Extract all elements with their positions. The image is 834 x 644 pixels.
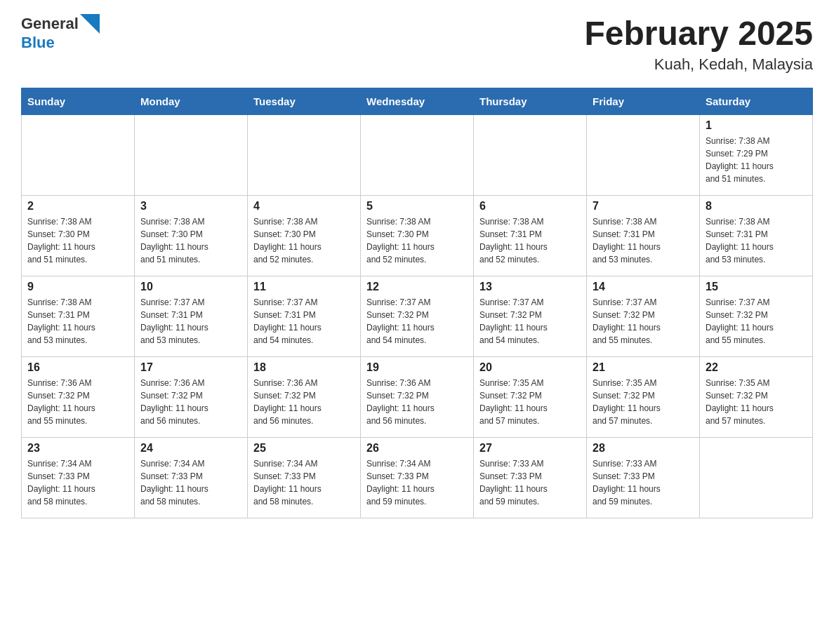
day-number: 14 [593,281,694,293]
calendar-cell: 2Sunrise: 7:38 AMSunset: 7:30 PMDaylight… [22,196,135,276]
weekday-header-row: SundayMondayTuesdayWednesdayThursdayFrid… [22,88,813,115]
day-info: Sunrise: 7:36 AMSunset: 7:32 PMDaylight:… [140,377,241,427]
week-row-5: 23Sunrise: 7:34 AMSunset: 7:33 PMDayligh… [22,438,813,518]
day-number: 8 [706,200,807,213]
day-number: 17 [140,361,241,374]
day-number: 19 [366,361,468,374]
calendar-cell: 10Sunrise: 7:37 AMSunset: 7:31 PMDayligh… [135,276,248,357]
calendar-cell: 16Sunrise: 7:36 AMSunset: 7:32 PMDayligh… [22,357,135,438]
day-number: 9 [27,281,128,293]
day-number: 21 [593,361,694,374]
calendar-cell: 18Sunrise: 7:36 AMSunset: 7:32 PMDayligh… [248,357,361,438]
day-number: 10 [140,281,241,293]
day-number: 13 [479,281,581,293]
calendar-cell [700,438,813,518]
logo-general-text: General [21,15,79,33]
day-info: Sunrise: 7:37 AMSunset: 7:32 PMDaylight:… [479,296,581,347]
day-info: Sunrise: 7:36 AMSunset: 7:32 PMDaylight:… [253,377,355,427]
calendar-title: February 2025 [584,14,813,53]
week-row-3: 9Sunrise: 7:38 AMSunset: 7:31 PMDaylight… [22,276,813,357]
calendar-cell: 27Sunrise: 7:33 AMSunset: 7:33 PMDayligh… [474,438,587,518]
calendar-table: SundayMondayTuesdayWednesdayThursdayFrid… [21,88,813,518]
day-info: Sunrise: 7:38 AMSunset: 7:31 PMDaylight:… [27,296,128,347]
day-info: Sunrise: 7:38 AMSunset: 7:31 PMDaylight:… [479,215,581,266]
calendar-cell: 13Sunrise: 7:37 AMSunset: 7:32 PMDayligh… [474,276,587,357]
day-number: 18 [253,361,355,374]
day-info: Sunrise: 7:35 AMSunset: 7:32 PMDaylight:… [706,377,807,427]
week-row-1: 1Sunrise: 7:38 AMSunset: 7:29 PMDaylight… [22,115,813,196]
calendar-cell: 3Sunrise: 7:38 AMSunset: 7:30 PMDaylight… [135,196,248,276]
weekday-header-sunday: Sunday [22,88,135,115]
day-info: Sunrise: 7:38 AMSunset: 7:30 PMDaylight:… [253,215,355,266]
calendar-cell: 5Sunrise: 7:38 AMSunset: 7:30 PMDaylight… [361,196,474,276]
day-info: Sunrise: 7:34 AMSunset: 7:33 PMDaylight:… [27,457,128,508]
day-number: 23 [27,442,128,455]
day-info: Sunrise: 7:34 AMSunset: 7:33 PMDaylight:… [366,457,468,508]
day-info: Sunrise: 7:38 AMSunset: 7:31 PMDaylight:… [593,215,694,266]
calendar-cell: 24Sunrise: 7:34 AMSunset: 7:33 PMDayligh… [135,438,248,518]
weekday-header-saturday: Saturday [700,88,813,115]
day-number: 16 [27,361,128,374]
day-number: 20 [479,361,581,374]
logo: General Blue [21,14,100,52]
day-info: Sunrise: 7:37 AMSunset: 7:31 PMDaylight:… [140,296,241,347]
calendar-cell: 12Sunrise: 7:37 AMSunset: 7:32 PMDayligh… [361,276,474,357]
calendar-cell: 4Sunrise: 7:38 AMSunset: 7:30 PMDaylight… [248,196,361,276]
calendar-cell: 28Sunrise: 7:33 AMSunset: 7:33 PMDayligh… [587,438,700,518]
day-info: Sunrise: 7:33 AMSunset: 7:33 PMDaylight:… [593,457,694,508]
day-info: Sunrise: 7:37 AMSunset: 7:32 PMDaylight:… [366,296,468,347]
calendar-cell: 9Sunrise: 7:38 AMSunset: 7:31 PMDaylight… [22,276,135,357]
day-info: Sunrise: 7:38 AMSunset: 7:30 PMDaylight:… [140,215,241,266]
calendar-cell [135,115,248,196]
logo-icon [80,14,100,34]
title-section: February 2025 Kuah, Kedah, Malaysia [584,14,813,74]
calendar-cell: 23Sunrise: 7:34 AMSunset: 7:33 PMDayligh… [22,438,135,518]
day-info: Sunrise: 7:35 AMSunset: 7:32 PMDaylight:… [593,377,694,427]
day-info: Sunrise: 7:35 AMSunset: 7:32 PMDaylight:… [479,377,581,427]
day-number: 27 [479,442,581,455]
weekday-header-wednesday: Wednesday [361,88,474,115]
day-number: 24 [140,442,241,455]
day-number: 7 [593,200,694,213]
day-info: Sunrise: 7:38 AMSunset: 7:29 PMDaylight:… [706,135,807,185]
day-number: 28 [593,442,694,455]
calendar-cell: 22Sunrise: 7:35 AMSunset: 7:32 PMDayligh… [700,357,813,438]
weekday-header-friday: Friday [587,88,700,115]
calendar-cell: 26Sunrise: 7:34 AMSunset: 7:33 PMDayligh… [361,438,474,518]
calendar-cell: 19Sunrise: 7:36 AMSunset: 7:32 PMDayligh… [361,357,474,438]
day-info: Sunrise: 7:38 AMSunset: 7:31 PMDaylight:… [706,215,807,266]
day-number: 1 [706,119,807,132]
calendar-cell: 14Sunrise: 7:37 AMSunset: 7:32 PMDayligh… [587,276,700,357]
calendar-cell [361,115,474,196]
day-info: Sunrise: 7:36 AMSunset: 7:32 PMDaylight:… [27,377,128,427]
calendar-cell: 1Sunrise: 7:38 AMSunset: 7:29 PMDaylight… [700,115,813,196]
calendar-cell: 25Sunrise: 7:34 AMSunset: 7:33 PMDayligh… [248,438,361,518]
calendar-cell [474,115,587,196]
calendar-cell: 8Sunrise: 7:38 AMSunset: 7:31 PMDaylight… [700,196,813,276]
day-info: Sunrise: 7:34 AMSunset: 7:33 PMDaylight:… [140,457,241,508]
calendar-cell: 17Sunrise: 7:36 AMSunset: 7:32 PMDayligh… [135,357,248,438]
calendar-cell [587,115,700,196]
week-row-4: 16Sunrise: 7:36 AMSunset: 7:32 PMDayligh… [22,357,813,438]
day-info: Sunrise: 7:36 AMSunset: 7:32 PMDaylight:… [366,377,468,427]
calendar-cell: 11Sunrise: 7:37 AMSunset: 7:31 PMDayligh… [248,276,361,357]
day-info: Sunrise: 7:38 AMSunset: 7:30 PMDaylight:… [27,215,128,266]
logo-blue-text: Blue [21,34,55,51]
day-info: Sunrise: 7:37 AMSunset: 7:32 PMDaylight:… [706,296,807,347]
calendar-cell [22,115,135,196]
weekday-header-thursday: Thursday [474,88,587,115]
calendar-cell [248,115,361,196]
day-info: Sunrise: 7:38 AMSunset: 7:30 PMDaylight:… [366,215,468,266]
calendar-cell: 20Sunrise: 7:35 AMSunset: 7:32 PMDayligh… [474,357,587,438]
day-number: 4 [253,200,355,213]
week-row-2: 2Sunrise: 7:38 AMSunset: 7:30 PMDaylight… [22,196,813,276]
calendar-cell: 21Sunrise: 7:35 AMSunset: 7:32 PMDayligh… [587,357,700,438]
day-number: 3 [140,200,241,213]
weekday-header-monday: Monday [135,88,248,115]
day-number: 12 [366,281,468,293]
day-number: 5 [366,200,468,213]
day-number: 11 [253,281,355,293]
weekday-header-tuesday: Tuesday [248,88,361,115]
calendar-cell: 7Sunrise: 7:38 AMSunset: 7:31 PMDaylight… [587,196,700,276]
day-number: 15 [706,281,807,293]
